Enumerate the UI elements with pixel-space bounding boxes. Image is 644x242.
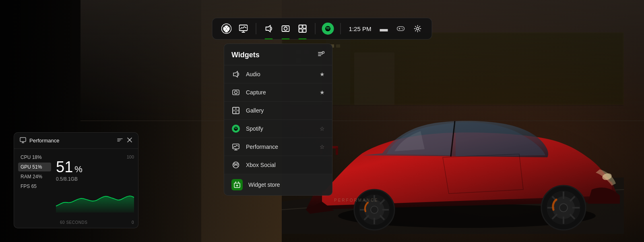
perf-chart [56,184,134,215]
svg-point-63 [322,52,324,54]
perf-sub-value: 0.5/8.1GB [56,176,134,182]
svg-point-59 [416,27,419,30]
perf-close-icon[interactable] [127,137,132,144]
performance-widget-label: Performance [246,144,314,150]
audio-widget-label: Audio [246,71,314,77]
widgets-panel: Widgets Audio ★ Capture [224,44,332,196]
xbox-button[interactable] [219,21,234,36]
svg-rect-4 [354,52,394,105]
svg-rect-81 [20,138,26,142]
gpu-stat[interactable]: GPU 51% [18,163,51,171]
svg-rect-52 [299,29,302,32]
svg-point-25 [559,204,568,212]
widget-item-performance[interactable]: Performance ☆ [224,138,332,156]
perf-widget-controls [117,137,132,144]
divider-2 [315,23,316,34]
svg-marker-46 [266,25,270,32]
svg-rect-49 [299,25,306,32]
svg-rect-40 [336,148,338,155]
svg-point-48 [284,27,287,30]
perf-stats-list: CPU 18% GPU 51% RAM 24% FPS 65 [14,153,54,219]
widget-item-gallery[interactable]: Gallery [224,102,332,120]
svg-point-58 [402,29,403,29]
perf-widget-header: Performance [14,133,138,149]
perf-body: CPU 18% GPU 51% RAM 24% FPS 65 100 51% 0… [14,149,138,219]
capture-widget-icon [231,88,240,97]
performance-widget-star[interactable]: ☆ [320,144,325,150]
gallery-taskbar-button[interactable] [295,21,310,36]
widget-item-spotify[interactable]: Spotify ☆ [224,120,332,138]
performance-widget: Performance CPU 18% GPU 51% RAM 24% [14,132,138,228]
capture-icon [281,24,290,33]
car-illustration: PERFORMANCE [282,32,624,234]
svg-rect-53 [303,29,306,32]
widget-item-xbox-social[interactable]: Xbox Social [224,156,332,174]
svg-point-77 [236,163,238,165]
widget-item-audio[interactable]: Audio ★ [224,65,332,83]
svg-point-57 [401,28,402,29]
xbox-icon [221,23,232,34]
widget-store-item[interactable]: Widget store [224,174,332,195]
svg-rect-50 [299,25,302,28]
volume-icon [264,24,273,33]
controller-icon [393,21,408,36]
widgets-header: Widgets [224,44,332,65]
svg-point-37 [371,206,378,213]
perf-main-value: 51% [56,159,83,175]
capture-taskbar-button[interactable] [278,21,293,36]
xbox-social-widget-label: Xbox Social [246,162,325,168]
svg-rect-51 [303,25,306,28]
perf-max-label: 100 [127,154,134,159]
gallery-icon [298,24,307,33]
perf-header-icon [20,137,26,144]
chart-zero-label: 0 [132,220,134,225]
capture-widget-label: Capture [246,89,314,96]
audio-taskbar-button[interactable] [261,21,277,36]
chart-time-label: 60 SECONDS [60,220,87,225]
svg-point-66 [235,91,237,94]
cpu-stat[interactable]: CPU 18% [18,153,51,162]
gallery-widget-icon [231,106,240,115]
perf-chart-area: 100 51% 0.5/8.1GB [54,153,138,219]
widget-store-icon [231,179,243,190]
svg-point-76 [234,163,235,165]
performance-widget-icon [231,142,240,151]
widget-store-label: Widget store [248,182,280,188]
widgets-filter-icon[interactable] [318,50,325,59]
perf-settings-icon[interactable] [117,137,123,144]
gallery-widget-label: Gallery [246,107,325,114]
perf-widget-title: Performance [29,138,114,144]
spotify-taskbar-button[interactable] [320,21,336,36]
svg-rect-47 [282,26,289,31]
capture-widget-star[interactable]: ★ [320,89,325,96]
taskbar-time: 1:25 PM [349,25,372,32]
svg-marker-64 [233,71,237,77]
xbox-social-icon [231,161,240,169]
spotify-widget-star[interactable]: ☆ [320,125,325,132]
divider-3 [341,23,341,34]
gear-icon [413,25,421,33]
audio-widget-star[interactable]: ★ [320,71,325,77]
widget-item-capture[interactable]: Capture ★ [224,83,332,102]
audio-widget-icon [231,70,240,79]
battery-icon: ▬ [376,21,391,36]
performance-taskbar-button[interactable] [236,21,251,36]
taskbar: 1:25 PM ▬ [212,18,432,40]
svg-rect-67 [233,107,239,114]
ram-stat[interactable]: RAM 24% [18,172,51,181]
spotify-icon [322,23,334,35]
svg-text:PERFORMANCE: PERFORMANCE [334,198,379,202]
fps-stat[interactable]: FPS 65 [18,182,51,191]
monitor-icon [239,24,248,33]
perf-unit: % [74,165,83,174]
svg-rect-9 [336,44,340,48]
svg-rect-54 [397,27,404,31]
widgets-panel-title: Widgets [231,51,260,59]
settings-taskbar-button[interactable] [410,21,425,36]
spotify-widget-label: Spotify [246,125,314,132]
divider-1 [256,23,256,34]
spotify-widget-icon [231,124,240,133]
perf-chart-footer: 60 SECONDS 0 [14,219,138,228]
